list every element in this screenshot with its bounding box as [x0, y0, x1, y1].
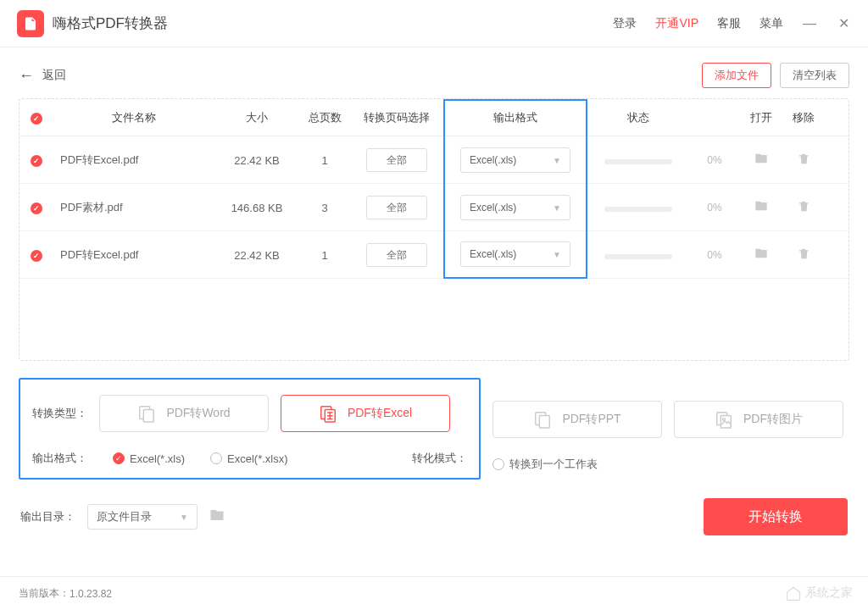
file-pages: 1 [299, 249, 350, 262]
file-pages: 1 [299, 154, 350, 167]
table-row: PDF转Excel.pdf 22.42 KB 1 全部 Excel(.xls)▼… [19, 231, 849, 279]
browse-folder-icon[interactable] [209, 507, 225, 526]
open-folder-icon[interactable] [754, 201, 768, 215]
page-select-button[interactable]: 全部 [366, 148, 427, 172]
footer: 当前版本： 1.0.23.82 [0, 576, 868, 610]
delete-icon[interactable] [798, 248, 810, 263]
radio-xls[interactable]: Excel(*.xls) [113, 452, 185, 465]
file-size: 146.68 KB [214, 202, 299, 214]
chevron-down-icon: ▼ [180, 513, 188, 522]
output-format-select[interactable]: Excel(.xls)▼ [460, 241, 570, 267]
open-folder-icon[interactable] [754, 153, 768, 168]
output-dir-select[interactable]: 原文件目录▼ [87, 504, 198, 530]
svg-rect-5 [540, 415, 550, 428]
output-dir-label: 输出目录： [20, 509, 75, 524]
file-pages: 3 [299, 202, 350, 214]
support-link[interactable]: 客服 [717, 16, 741, 31]
th-status: 状态 [587, 110, 689, 125]
th-output-format: 输出格式 [443, 99, 587, 136]
progress-bar [604, 159, 672, 164]
svg-rect-1 [144, 409, 154, 422]
th-name: 文件名称 [53, 110, 214, 125]
mode-label: 转化模式： [412, 451, 467, 466]
progress-percent: 0% [689, 249, 740, 261]
vip-link[interactable]: 开通VIP [655, 16, 698, 31]
th-open: 打开 [740, 110, 782, 125]
app-title: 嗨格式PDF转换器 [53, 14, 168, 33]
file-name: PDF素材.pdf [60, 200, 123, 215]
type-pdf-to-excel[interactable]: PDF转Excel [281, 395, 450, 432]
app-logo [17, 10, 44, 37]
th-pages: 总页数 [299, 110, 350, 125]
progress-percent: 0% [689, 154, 740, 166]
th-remove: 移除 [782, 110, 825, 125]
version-value: 1.0.23.82 [70, 588, 112, 600]
version-label: 当前版本： [19, 586, 70, 601]
convert-type-label: 转换类型： [32, 406, 87, 421]
row-checkbox[interactable] [31, 250, 42, 262]
th-size: 大小 [214, 110, 299, 125]
row-checkbox[interactable] [31, 202, 42, 214]
progress-bar [604, 207, 672, 212]
output-format-select[interactable]: Excel(.xls)▼ [460, 195, 570, 220]
delete-icon[interactable] [798, 153, 810, 168]
radio-one-sheet[interactable]: 转换到一个工作表 [492, 457, 598, 472]
back-label[interactable]: 返回 [42, 68, 66, 83]
back-arrow-icon[interactable]: ← [19, 67, 34, 85]
file-table: 文件名称 大小 总页数 转换页码选择 输出格式 状态 打开 移除 PDF转Exc… [19, 98, 849, 361]
select-all-checkbox[interactable] [31, 113, 42, 125]
type-pdf-to-word[interactable]: PDF转Word [99, 395, 269, 432]
table-row: PDF转Excel.pdf 22.42 KB 1 全部 Excel(.xls)▼… [19, 136, 849, 184]
th-page-select: 转换页码选择 [350, 110, 443, 125]
chevron-down-icon: ▼ [553, 203, 561, 213]
login-link[interactable]: 登录 [613, 16, 637, 31]
chevron-down-icon: ▼ [553, 156, 561, 165]
add-file-button[interactable]: 添加文件 [702, 63, 771, 88]
titlebar: 嗨格式PDF转换器 登录 开通VIP 客服 菜单 — ✕ [0, 0, 868, 47]
type-pdf-to-ppt[interactable]: PDF转PPT [492, 401, 662, 438]
file-name: PDF转Excel.pdf [60, 247, 138, 263]
minimize-icon[interactable]: — [802, 16, 817, 31]
table-header: 文件名称 大小 总页数 转换页码选择 输出格式 状态 打开 移除 [19, 99, 849, 136]
output-format-label: 输出格式： [32, 451, 87, 466]
progress-bar [604, 254, 672, 259]
file-size: 22.42 KB [214, 154, 299, 167]
menu-link[interactable]: 菜单 [760, 16, 783, 31]
toolbar-row: ← 返回 添加文件 清空列表 [19, 63, 849, 88]
page-select-button[interactable]: 全部 [366, 196, 427, 219]
table-row: PDF素材.pdf 146.68 KB 3 全部 Excel(.xls)▼ 0% [19, 184, 849, 231]
file-size: 22.42 KB [214, 249, 299, 262]
progress-percent: 0% [689, 202, 740, 214]
delete-icon[interactable] [798, 201, 810, 215]
close-icon[interactable]: ✕ [836, 15, 851, 31]
file-name: PDF转Excel.pdf [60, 152, 138, 168]
output-format-select[interactable]: Excel(.xls)▼ [460, 147, 570, 173]
page-select-button[interactable]: 全部 [366, 243, 427, 267]
clear-list-button[interactable]: 清空列表 [780, 63, 849, 88]
row-checkbox[interactable] [31, 155, 42, 167]
type-pdf-to-image[interactable]: PDF转图片 [674, 401, 843, 438]
start-convert-button[interactable]: 开始转换 [704, 498, 848, 535]
chevron-down-icon: ▼ [553, 250, 561, 259]
radio-xlsx[interactable]: Excel(*.xlsx) [210, 452, 288, 465]
open-folder-icon[interactable] [754, 248, 768, 263]
